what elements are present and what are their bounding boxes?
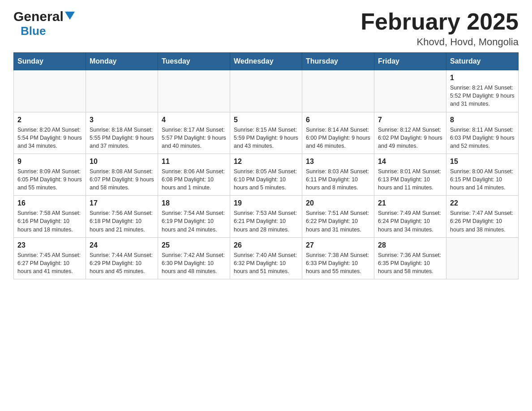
day-info: Sunrise: 8:20 AM Sunset: 5:54 PM Dayligh… (17, 127, 82, 149)
day-number: 20 (306, 199, 370, 207)
table-row: 16Sunrise: 7:58 AM Sunset: 6:16 PM Dayli… (14, 196, 86, 237)
table-row: 15Sunrise: 8:00 AM Sunset: 6:15 PM Dayli… (446, 154, 519, 195)
day-info: Sunrise: 8:05 AM Sunset: 6:10 PM Dayligh… (234, 168, 297, 191)
logo-blue-text: Blue (21, 24, 46, 38)
table-row: 2Sunrise: 8:20 AM Sunset: 5:54 PM Daylig… (14, 112, 86, 154)
logo-arrow-icon (65, 12, 75, 21)
day-info: Sunrise: 8:00 AM Sunset: 6:15 PM Dayligh… (450, 168, 513, 191)
day-info: Sunrise: 8:17 AM Sunset: 5:57 PM Dayligh… (162, 127, 226, 149)
header-sunday: Sunday (14, 53, 86, 70)
table-row: 1Sunrise: 8:21 AM Sunset: 5:52 PM Daylig… (446, 70, 519, 112)
day-number: 1 (450, 74, 515, 82)
day-info: Sunrise: 8:21 AM Sunset: 5:52 PM Dayligh… (450, 85, 515, 107)
day-number: 18 (162, 199, 226, 207)
calendar-week-row: 16Sunrise: 7:58 AM Sunset: 6:16 PM Dayli… (14, 196, 519, 237)
title-block: February 2025 Khovd, Hovd, Mongolia (360, 9, 519, 48)
day-info: Sunrise: 8:14 AM Sunset: 6:00 PM Dayligh… (306, 127, 370, 149)
table-row (302, 70, 374, 112)
day-number: 2 (17, 116, 82, 124)
table-row: 3Sunrise: 8:18 AM Sunset: 5:55 PM Daylig… (86, 112, 158, 154)
header-wednesday: Wednesday (230, 53, 302, 70)
table-row: 18Sunrise: 7:54 AM Sunset: 6:19 PM Dayli… (158, 196, 230, 237)
calendar-week-row: 1Sunrise: 8:21 AM Sunset: 5:52 PM Daylig… (14, 70, 519, 112)
table-row: 17Sunrise: 7:56 AM Sunset: 6:18 PM Dayli… (86, 196, 158, 237)
day-number: 28 (378, 241, 442, 249)
table-row: 26Sunrise: 7:40 AM Sunset: 6:32 PM Dayli… (230, 237, 302, 279)
calendar-week-row: 2Sunrise: 8:20 AM Sunset: 5:54 PM Daylig… (14, 112, 519, 154)
day-info: Sunrise: 7:53 AM Sunset: 6:21 PM Dayligh… (234, 210, 297, 232)
header-friday: Friday (374, 53, 446, 70)
table-row: 28Sunrise: 7:36 AM Sunset: 6:35 PM Dayli… (374, 237, 446, 279)
table-row (230, 70, 302, 112)
calendar-subtitle: Khovd, Hovd, Mongolia (360, 36, 519, 48)
day-info: Sunrise: 7:49 AM Sunset: 6:24 PM Dayligh… (378, 210, 441, 232)
day-number: 14 (378, 158, 442, 166)
day-info: Sunrise: 7:42 AM Sunset: 6:30 PM Dayligh… (162, 252, 225, 274)
header-saturday: Saturday (446, 53, 519, 70)
table-row: 14Sunrise: 8:01 AM Sunset: 6:13 PM Dayli… (374, 154, 446, 195)
day-info: Sunrise: 8:11 AM Sunset: 6:03 PM Dayligh… (450, 127, 515, 149)
day-number: 26 (234, 241, 298, 249)
day-number: 23 (17, 241, 82, 249)
day-number: 27 (306, 241, 370, 249)
table-row: 22Sunrise: 7:47 AM Sunset: 6:26 PM Dayli… (446, 196, 519, 237)
calendar-week-row: 9Sunrise: 8:09 AM Sunset: 6:05 PM Daylig… (14, 154, 519, 195)
day-info: Sunrise: 7:44 AM Sunset: 6:29 PM Dayligh… (90, 252, 153, 274)
table-row: 19Sunrise: 7:53 AM Sunset: 6:21 PM Dayli… (230, 196, 302, 237)
day-number: 4 (162, 116, 226, 124)
weekday-header-row: Sunday Monday Tuesday Wednesday Thursday… (14, 53, 519, 70)
day-info: Sunrise: 8:03 AM Sunset: 6:11 PM Dayligh… (306, 168, 369, 191)
day-info: Sunrise: 7:56 AM Sunset: 6:18 PM Dayligh… (90, 210, 153, 232)
table-row: 27Sunrise: 7:38 AM Sunset: 6:33 PM Dayli… (302, 237, 374, 279)
day-info: Sunrise: 7:45 AM Sunset: 6:27 PM Dayligh… (17, 252, 81, 274)
day-info: Sunrise: 8:08 AM Sunset: 6:07 PM Dayligh… (90, 168, 154, 191)
day-number: 15 (450, 158, 515, 166)
day-number: 16 (17, 199, 82, 207)
table-row: 5Sunrise: 8:15 AM Sunset: 5:59 PM Daylig… (230, 112, 302, 154)
day-number: 8 (450, 116, 515, 124)
day-info: Sunrise: 7:51 AM Sunset: 6:22 PM Dayligh… (306, 210, 369, 232)
calendar-week-row: 23Sunrise: 7:45 AM Sunset: 6:27 PM Dayli… (14, 237, 519, 279)
table-row: 13Sunrise: 8:03 AM Sunset: 6:11 PM Dayli… (302, 154, 374, 195)
header-thursday: Thursday (302, 53, 374, 70)
day-info: Sunrise: 8:12 AM Sunset: 6:02 PM Dayligh… (378, 127, 442, 149)
day-number: 12 (234, 158, 298, 166)
day-number: 7 (378, 116, 442, 124)
table-row (86, 70, 158, 112)
table-row: 25Sunrise: 7:42 AM Sunset: 6:30 PM Dayli… (158, 237, 230, 279)
table-row: 6Sunrise: 8:14 AM Sunset: 6:00 PM Daylig… (302, 112, 374, 154)
logo-general-text: General (13, 9, 64, 24)
day-number: 6 (306, 116, 370, 124)
day-number: 25 (162, 241, 226, 249)
day-info: Sunrise: 8:18 AM Sunset: 5:55 PM Dayligh… (90, 127, 154, 149)
day-number: 11 (162, 158, 226, 166)
day-number: 24 (90, 241, 154, 249)
calendar-title: February 2025 (360, 9, 519, 34)
day-number: 9 (17, 158, 82, 166)
calendar-table: Sunday Monday Tuesday Wednesday Thursday… (13, 52, 519, 279)
header-monday: Monday (86, 53, 158, 70)
day-info: Sunrise: 7:54 AM Sunset: 6:19 PM Dayligh… (162, 210, 225, 232)
day-info: Sunrise: 8:15 AM Sunset: 5:59 PM Dayligh… (234, 127, 298, 149)
day-info: Sunrise: 8:01 AM Sunset: 6:13 PM Dayligh… (378, 168, 441, 191)
table-row: 8Sunrise: 8:11 AM Sunset: 6:03 PM Daylig… (446, 112, 519, 154)
table-row: 10Sunrise: 8:08 AM Sunset: 6:07 PM Dayli… (86, 154, 158, 195)
table-row: 12Sunrise: 8:05 AM Sunset: 6:10 PM Dayli… (230, 154, 302, 195)
day-number: 3 (90, 116, 154, 124)
day-info: Sunrise: 8:06 AM Sunset: 6:08 PM Dayligh… (162, 168, 225, 191)
day-number: 13 (306, 158, 370, 166)
day-number: 17 (90, 199, 154, 207)
table-row: 7Sunrise: 8:12 AM Sunset: 6:02 PM Daylig… (374, 112, 446, 154)
header-tuesday: Tuesday (158, 53, 230, 70)
day-info: Sunrise: 7:38 AM Sunset: 6:33 PM Dayligh… (306, 252, 369, 274)
day-info: Sunrise: 7:40 AM Sunset: 6:32 PM Dayligh… (234, 252, 297, 274)
day-info: Sunrise: 7:58 AM Sunset: 6:16 PM Dayligh… (17, 210, 81, 232)
day-info: Sunrise: 7:47 AM Sunset: 6:26 PM Dayligh… (450, 210, 513, 232)
day-number: 10 (90, 158, 154, 166)
table-row: 9Sunrise: 8:09 AM Sunset: 6:05 PM Daylig… (14, 154, 86, 195)
table-row: 21Sunrise: 7:49 AM Sunset: 6:24 PM Dayli… (374, 196, 446, 237)
table-row (158, 70, 230, 112)
page-header: General Blue February 2025 Khovd, Hovd, … (13, 9, 519, 48)
table-row (446, 237, 519, 279)
table-row: 20Sunrise: 7:51 AM Sunset: 6:22 PM Dayli… (302, 196, 374, 237)
